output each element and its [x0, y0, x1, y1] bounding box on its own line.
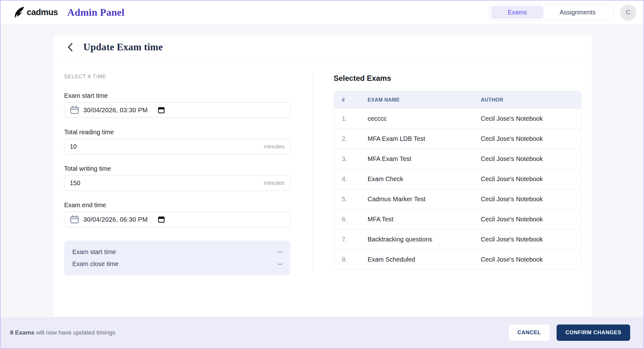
exam-end-label: Exam end time	[64, 202, 290, 209]
reading-time-label: Total reading time	[64, 129, 290, 136]
exam-start-field: Exam start time 30/04/2026, 03:30 PM	[64, 92, 290, 118]
tab-exams[interactable]: Exams	[491, 6, 543, 19]
row-exam-name: Cadmus Marker Test	[368, 189, 481, 209]
row-exam-name: cecccc	[368, 109, 481, 129]
row-num: 3.	[334, 149, 368, 169]
footer-exam-count: 8 Exams	[10, 329, 34, 336]
row-num: 4.	[334, 169, 368, 189]
table-row: 1. cecccc Cecil Jose's Notebook	[334, 109, 581, 129]
row-exam-name: MFA Test	[368, 209, 481, 230]
confirm-changes-button[interactable]: CONFIRM CHANGES	[557, 324, 630, 341]
col-header-author: AUTHOR	[481, 91, 581, 109]
row-author: Cecil Jose's Notebook	[481, 230, 581, 250]
reading-time-field: Total reading time minutes	[64, 129, 290, 154]
tab-assignments[interactable]: Assignments	[543, 6, 612, 19]
row-exam-name: Exam Scheduled	[368, 250, 481, 270]
summary-close-label: Exam close time	[72, 260, 119, 268]
feather-icon	[14, 6, 25, 19]
table-header-row: # EXAM NAME AUTHOR	[334, 91, 581, 109]
writing-time-inputbox[interactable]: minutes	[64, 175, 290, 191]
row-author: Cecil Jose's Notebook	[481, 250, 581, 270]
calendar-picker-icon[interactable]	[158, 216, 165, 223]
content-area: Update Exam time SELECT A TIME Exam star…	[1, 25, 643, 317]
time-summary-box: Exam start time -- Exam close time --	[64, 241, 290, 275]
summary-start-value: --	[278, 248, 282, 256]
row-author: Cecil Jose's Notebook	[481, 209, 581, 230]
table-row: 6. MFA Test Cecil Jose's Notebook	[334, 209, 581, 230]
section-label: SELECT A TIME	[64, 74, 290, 80]
back-button[interactable]	[66, 43, 75, 51]
row-num: 1.	[334, 109, 368, 129]
calendar-icon	[70, 105, 79, 115]
footer-message: will now have updated timings	[34, 329, 115, 336]
footer-action-bar: 8 Exams will now have updated timings CA…	[1, 317, 643, 348]
update-exam-card: Update Exam time SELECT A TIME Exam star…	[54, 36, 592, 317]
row-author: Cecil Jose's Notebook	[481, 109, 581, 129]
row-num: 6.	[334, 209, 368, 230]
time-form: SELECT A TIME Exam start time 30/04/2026…	[64, 74, 290, 317]
card-header: Update Exam time	[54, 36, 592, 58]
col-header-name: EXAM NAME	[368, 91, 481, 109]
cancel-button[interactable]: CANCEL	[509, 324, 550, 341]
table-row: 7. Backtracking questions Cecil Jose's N…	[334, 230, 581, 250]
row-exam-name: Exam Check	[368, 169, 481, 189]
exam-start-label: Exam start time	[64, 92, 290, 99]
selected-exams-table: # EXAM NAME AUTHOR 1. cecccc Cecil Jose'…	[334, 91, 581, 270]
row-author: Cecil Jose's Notebook	[481, 189, 581, 209]
row-author: Cecil Jose's Notebook	[481, 169, 581, 189]
calendar-picker-icon[interactable]	[158, 106, 165, 114]
user-avatar[interactable]: C	[620, 4, 636, 21]
page-title: Update Exam time	[83, 42, 163, 53]
summary-row-close: Exam close time --	[72, 260, 282, 268]
footer-summary: 8 Exams will now have updated timings	[10, 329, 115, 336]
row-author: Cecil Jose's Notebook	[481, 129, 581, 149]
exam-end-field: Exam end time 30/04/2026, 06:30 PM	[64, 202, 290, 227]
table-row: 2. MFA Exam LDB Test Cecil Jose's Notebo…	[334, 129, 581, 149]
table-row: 3. MFA Exam Test Cecil Jose's Notebook	[334, 149, 581, 169]
column-divider	[313, 74, 313, 269]
row-num: 7.	[334, 230, 368, 250]
row-author: Cecil Jose's Notebook	[481, 149, 581, 169]
row-num: 5.	[334, 189, 368, 209]
table-row: 5. Cadmus Marker Test Cecil Jose's Noteb…	[334, 189, 581, 209]
writing-time-unit: minutes	[264, 180, 285, 186]
row-num: 2.	[334, 129, 368, 149]
row-exam-name: Backtracking questions	[368, 230, 481, 250]
selected-exams-panel: Selected Exams # EXAM NAME AUTHOR	[334, 74, 581, 317]
summary-start-label: Exam start time	[72, 248, 116, 256]
table-row: 4. Exam Check Cecil Jose's Notebook	[334, 169, 581, 189]
top-navbar: cadmus Admin Panel Exams Assignments C	[1, 1, 643, 25]
row-num: 8.	[334, 250, 368, 270]
calendar-icon	[70, 215, 79, 224]
exam-end-value: 30/04/2026, 06:30 PM	[83, 216, 148, 223]
app-window: cadmus Admin Panel Exams Assignments C U…	[0, 0, 644, 349]
reading-time-inputbox[interactable]: minutes	[64, 139, 290, 154]
writing-time-label: Total writing time	[64, 165, 290, 172]
writing-time-input[interactable]	[70, 180, 260, 187]
reading-time-unit: minutes	[264, 143, 285, 150]
exam-start-input[interactable]: 30/04/2026, 03:30 PM	[64, 102, 290, 118]
summary-close-value: --	[278, 260, 282, 268]
reading-time-input[interactable]	[70, 143, 260, 150]
chevron-left-icon	[66, 43, 74, 51]
cadmus-logo[interactable]: cadmus	[14, 6, 58, 19]
selected-exams-title: Selected Exams	[334, 74, 581, 83]
nav-tab-group: Exams Assignments	[489, 4, 614, 21]
exam-end-input[interactable]: 30/04/2026, 06:30 PM	[64, 212, 290, 227]
writing-time-field: Total writing time minutes	[64, 165, 290, 191]
col-header-num: #	[334, 91, 368, 109]
row-exam-name: MFA Exam LDB Test	[368, 129, 481, 149]
row-exam-name: MFA Exam Test	[368, 149, 481, 169]
summary-row-start: Exam start time --	[72, 248, 282, 256]
card-body: SELECT A TIME Exam start time 30/04/2026…	[54, 58, 592, 317]
table-row: 8. Exam Scheduled Cecil Jose's Notebook	[334, 250, 581, 270]
exam-start-value: 30/04/2026, 03:30 PM	[83, 107, 148, 114]
logo-text: cadmus	[27, 8, 58, 17]
app-title: Admin Panel	[67, 7, 125, 18]
